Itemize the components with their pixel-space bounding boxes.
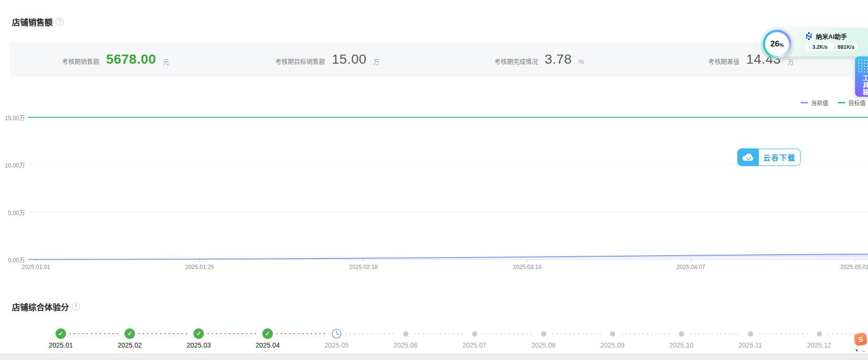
cpu-percent-sign: % <box>779 43 784 48</box>
legend-dash-icon <box>800 102 808 103</box>
timeline-connector <box>759 333 811 334</box>
timeline-node-2025.03: ✓ <box>193 328 204 339</box>
y-axis-tick-label: 15.00万 <box>0 113 25 122</box>
timeline-connector <box>345 333 397 334</box>
network-icon <box>805 32 813 40</box>
timeline-node-2025.07 <box>472 331 477 337</box>
future-dot-icon <box>679 331 684 337</box>
x-axis-tick-label: 2025.01.01 <box>16 264 56 270</box>
legend-label: 当前值 <box>811 99 828 107</box>
check-icon: ✓ <box>262 328 273 339</box>
network-speed: ↑ 3.2K/s ↓ 881K/s <box>805 43 858 51</box>
upload-speed: 3.2K/s <box>812 44 828 50</box>
cpu-usage-ring[interactable]: 26 % <box>763 30 791 58</box>
x-axis-tick-label: 2025.02.18 <box>343 264 383 270</box>
timeline-node-2025.01: ✓ <box>56 328 66 339</box>
y-axis-tick-label: 10.00万 <box>0 161 25 169</box>
legend-dash-icon <box>838 102 845 103</box>
y-axis-tick-label: 5.00万 <box>0 208 25 216</box>
future-dot-icon <box>610 331 615 337</box>
x-axis-tick-label: 2025.05.01 <box>834 264 868 270</box>
cpu-percent-value: 26 <box>770 39 779 49</box>
timeline-node-2025.08 <box>541 331 546 337</box>
future-dot-icon <box>541 331 546 337</box>
timeline-node-2025.04: ✓ <box>262 328 273 339</box>
timeline-connector <box>138 333 190 334</box>
timeline-connector <box>621 333 673 334</box>
cloud-download-button[interactable]: 云吞下载 <box>737 148 801 166</box>
timeline-node-2025.10 <box>679 331 684 337</box>
orange-logo-icon[interactable]: S <box>854 332 867 346</box>
timeline-connector <box>276 333 328 334</box>
x-axis-tick-label: 2025.04.07 <box>671 264 711 270</box>
y-axis-tick-label: 0.00万 <box>0 256 25 264</box>
future-dot-icon <box>403 331 408 337</box>
clock-icon <box>331 328 342 339</box>
timeline-connector <box>552 333 604 334</box>
cloud-mascot-icon <box>737 148 759 166</box>
timeline-connector <box>207 333 259 334</box>
toolbox-widget[interactable]: 工具箱 <box>855 56 868 97</box>
check-icon: ✓ <box>124 328 135 339</box>
legend-item-target[interactable]: 目标值 <box>838 99 866 107</box>
timeline-node-2025.05 <box>331 328 342 341</box>
download-arrow-icon: ↓ <box>834 44 836 50</box>
legend-item-current[interactable]: 当前值 <box>800 99 828 107</box>
upload-arrow-icon: ↑ <box>808 44 811 50</box>
timeline-connector <box>483 333 535 334</box>
x-axis-tick-label: 2025.01.25 <box>180 264 220 270</box>
cloud-download-label: 云吞下载 <box>759 148 801 166</box>
x-axis-tick-label: 2025.03.14 <box>507 264 547 270</box>
check-icon: ✓ <box>56 328 66 339</box>
download-speed: 881K/s <box>838 44 855 50</box>
timeline-node-2025.12 <box>817 331 822 337</box>
caret-icon[interactable]: ▾ <box>856 348 858 353</box>
minimize-icon[interactable]: _ <box>862 347 865 352</box>
sales-line-chart <box>0 0 868 360</box>
timeline-connector <box>414 333 466 334</box>
future-dot-icon <box>472 331 477 337</box>
timeline-connector <box>69 333 121 334</box>
timeline-connector <box>690 333 742 334</box>
future-dot-icon <box>817 331 822 337</box>
legend-label: 目标值 <box>848 99 866 107</box>
chart-legend: 当前值 目标值 <box>800 99 866 107</box>
toolbox-label: 工具箱 <box>861 75 868 96</box>
future-dot-icon <box>748 331 753 337</box>
timeline-node-2025.11 <box>748 331 753 337</box>
timeline-node-2025.09 <box>610 331 615 337</box>
timeline-node-2025.02: ✓ <box>124 328 135 339</box>
qr-dots-icon <box>857 59 868 74</box>
ai-assistant-name: 纳米AI助手 <box>816 32 847 41</box>
timeline-node-2025.06 <box>403 331 408 337</box>
check-icon: ✓ <box>193 328 204 339</box>
